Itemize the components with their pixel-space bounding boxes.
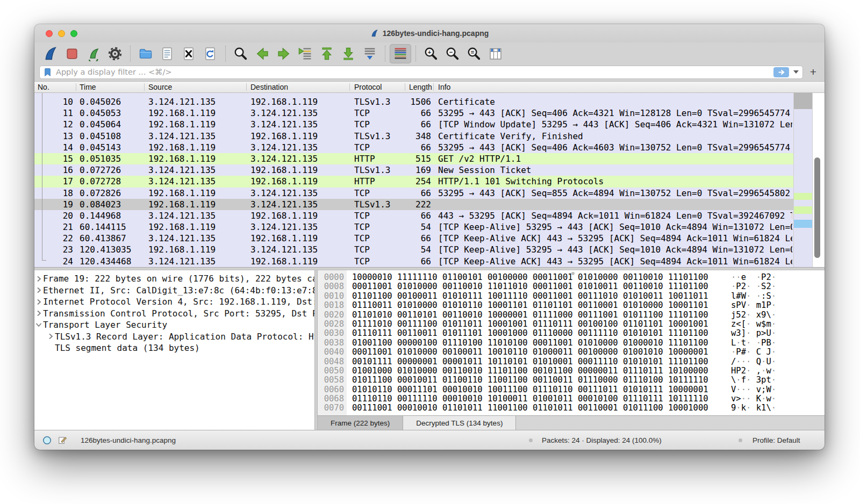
reload-file-button[interactable] xyxy=(199,44,221,63)
column-header-time[interactable]: Time xyxy=(80,83,144,91)
hex-ascii: ·P2· ·S2· xyxy=(731,282,776,291)
packet-list-minimap-scrollbar[interactable] xyxy=(793,93,813,267)
column-separator[interactable] xyxy=(246,83,247,91)
chevron-right-icon[interactable] xyxy=(34,310,43,316)
byte-view-tab-frame[interactable]: Frame (222 bytes) xyxy=(318,416,403,430)
column-separator[interactable] xyxy=(405,83,405,91)
hex-row-0058[interactable]: 005801011100 00010011 01100110 11001100 … xyxy=(318,376,825,385)
hex-row-0048[interactable]: 004800101111 00000001 00001011 10110101 … xyxy=(318,357,825,366)
column-header-destination[interactable]: Destination xyxy=(250,83,347,91)
capture-comment-icon[interactable] xyxy=(58,435,68,445)
zoom-in-button[interactable]: + xyxy=(420,44,442,63)
hex-row-0008[interactable]: 000800011001 01010000 00110010 11011010 … xyxy=(318,282,825,291)
byte-view-tab-decrypted[interactable]: Decrypted TLS (134 bytes) xyxy=(403,416,516,430)
detail-line[interactable]: Internet Protocol Version 4, Src: 192.16… xyxy=(34,296,314,308)
title-bar[interactable]: 126bytes-undici-hang.pcapng xyxy=(34,24,825,42)
go-to-packet-button[interactable] xyxy=(295,44,316,63)
save-file-button[interactable] xyxy=(156,44,178,63)
packet-row-22[interactable]: 2260.4138673.124.121.135192.168.1.119TCP… xyxy=(34,233,793,244)
packet-row-24[interactable]: 24120.4344683.124.121.135192.168.1.119TC… xyxy=(34,256,793,267)
detail-line[interactable]: TLSv1.3 Record Layer: Application Data P… xyxy=(46,331,314,343)
chevron-right-icon[interactable] xyxy=(46,333,55,340)
packet-row-20[interactable]: 200.1449683.124.121.135192.168.1.119TCP6… xyxy=(34,210,793,221)
hex-row-0068[interactable]: 006801110110 00111110 00010010 10100011 … xyxy=(318,394,825,404)
column-header-protocol[interactable]: Protocol xyxy=(354,83,403,91)
hex-ascii: L·t· ·PB· xyxy=(731,339,776,348)
chevron-right-icon[interactable] xyxy=(34,299,43,305)
zoom-out-button[interactable]: − xyxy=(442,44,463,63)
hex-row-0040[interactable]: 004000011001 01010000 00100011 10010110 … xyxy=(318,348,825,357)
hex-row-0060[interactable]: 006001010110 00011101 00010010 10011100 … xyxy=(318,385,825,394)
hex-row-0050[interactable]: 005001001000 01010000 00110010 11101100 … xyxy=(318,366,825,376)
bookmark-icon[interactable] xyxy=(44,68,52,77)
find-packet-button[interactable] xyxy=(230,44,252,63)
hex-row-0010[interactable]: 001001101100 00100011 01010111 10011110 … xyxy=(318,292,825,301)
detail-line[interactable]: Transport Layer Security xyxy=(34,319,314,331)
packet-row-21[interactable]: 2160.144115192.168.1.1193.124.121.135TCP… xyxy=(34,221,793,233)
expert-info-icon[interactable] xyxy=(42,435,52,445)
column-separator[interactable] xyxy=(144,83,145,91)
hex-row-0020[interactable]: 002001101010 00110101 00110010 10000001 … xyxy=(318,311,825,320)
resize-columns-button[interactable] xyxy=(485,44,506,63)
previous-packet-button[interactable] xyxy=(252,44,273,63)
packet-no: 11 xyxy=(34,107,73,119)
detail-line[interactable]: Frame 19: 222 bytes on wire (1776 bits),… xyxy=(34,273,314,285)
chevron-right-icon[interactable] xyxy=(34,276,43,282)
packet-row-19[interactable]: 190.084023192.168.1.1193.124.121.135TLSv… xyxy=(34,199,793,210)
packet-row-17[interactable]: 170.0727283.124.121.135192.168.1.119HTTP… xyxy=(34,176,793,187)
zoom-window-button[interactable] xyxy=(70,30,77,37)
minimize-window-button[interactable] xyxy=(58,30,65,37)
column-separator[interactable] xyxy=(349,83,350,91)
column-separator[interactable] xyxy=(433,83,434,91)
packet-row-10[interactable]: 100.0450263.124.121.135192.168.1.119TLSv… xyxy=(34,96,793,107)
last-packet-button[interactable] xyxy=(338,44,359,63)
auto-scroll-button[interactable] xyxy=(359,44,381,63)
detail-line[interactable]: TLS segment data (134 bytes) xyxy=(46,342,314,354)
zoom-reset-button[interactable]: = xyxy=(463,44,485,63)
hex-row-0000[interactable]: 000010000010 11111110 01100101 00100000 … xyxy=(318,273,825,282)
column-header-length[interactable]: Length xyxy=(409,83,433,91)
column-header-no[interactable]: No. xyxy=(38,83,70,91)
start-capture-button[interactable] xyxy=(40,44,61,63)
packet-time: 0.045053 xyxy=(80,107,121,119)
chevron-down-icon[interactable] xyxy=(34,322,43,328)
status-profile[interactable]: Profile: Default xyxy=(752,436,800,444)
detail-line-text: TLSv1.3 Record Layer: Application Data P… xyxy=(55,331,314,343)
packet-list-scrollbar-handle[interactable] xyxy=(814,157,820,258)
packet-row-23[interactable]: 23120.413035192.168.1.1193.124.121.135TC… xyxy=(34,244,793,255)
hex-row-0038[interactable]: 003801001100 00000100 01110100 11010100 … xyxy=(318,339,825,348)
packet-row-15[interactable]: 150.051035192.168.1.1193.124.121.135HTTP… xyxy=(34,153,793,164)
column-header-source[interactable]: Source xyxy=(148,83,245,91)
hex-row-0070[interactable]: 007000111001 00010010 01101011 11001100 … xyxy=(318,404,825,413)
packet-row-11[interactable]: 110.045053192.168.1.1193.124.121.135TCP6… xyxy=(34,107,793,119)
hex-row-0028[interactable]: 002801111010 00111100 01011011 10001001 … xyxy=(318,320,825,329)
packet-row-13[interactable]: 130.0451083.124.121.135192.168.1.119TLSv… xyxy=(34,131,793,142)
open-file-button[interactable] xyxy=(135,44,156,63)
restart-capture-button[interactable] xyxy=(83,44,104,63)
detail-line[interactable]: Transmission Control Protocol, Src Port:… xyxy=(34,308,314,320)
first-packet-button[interactable] xyxy=(316,44,338,63)
chevron-right-icon[interactable] xyxy=(34,287,43,293)
display-filter-input[interactable]: Apply a display filter ... <⌘/> xyxy=(39,66,803,79)
wireshark-window: 126bytes-undici-hang.pcapng +−= Apply a … xyxy=(34,24,825,450)
column-header-info[interactable]: Info xyxy=(438,83,599,91)
add-filter-button[interactable]: + xyxy=(807,66,820,78)
colorize-packets-button[interactable] xyxy=(390,44,411,63)
packet-row-18[interactable]: 180.072826192.168.1.1193.124.121.135TCP6… xyxy=(34,188,793,199)
hex-ascii: /··· Q·U· xyxy=(731,357,776,366)
filter-history-chevron-down-icon[interactable] xyxy=(793,70,799,74)
close-file-button[interactable] xyxy=(178,44,199,63)
hex-row-0030[interactable]: 003001110111 00110011 01011101 10001000 … xyxy=(318,329,825,338)
packet-row-16[interactable]: 160.0727263.124.121.135192.168.1.119TLSv… xyxy=(34,164,793,176)
column-separator[interactable] xyxy=(76,83,76,91)
packet-row-12[interactable]: 120.045064192.168.1.1193.124.121.135TCP6… xyxy=(34,119,793,130)
apply-filter-button[interactable] xyxy=(773,67,789,77)
stop-capture-button[interactable] xyxy=(61,44,83,63)
packet-row-14[interactable]: 140.045143192.168.1.1193.124.121.135TCP6… xyxy=(34,142,793,153)
capture-options-button[interactable] xyxy=(104,44,126,63)
detail-line[interactable]: Ethernet II, Src: CalDigit_13:e7:8c (64:… xyxy=(34,285,314,297)
close-window-button[interactable] xyxy=(46,30,53,37)
next-packet-button[interactable] xyxy=(273,44,295,63)
hex-row-0018[interactable]: 001801110011 01010000 01010110 10001101 … xyxy=(318,301,825,310)
hex-offset: 0040 xyxy=(318,348,344,357)
